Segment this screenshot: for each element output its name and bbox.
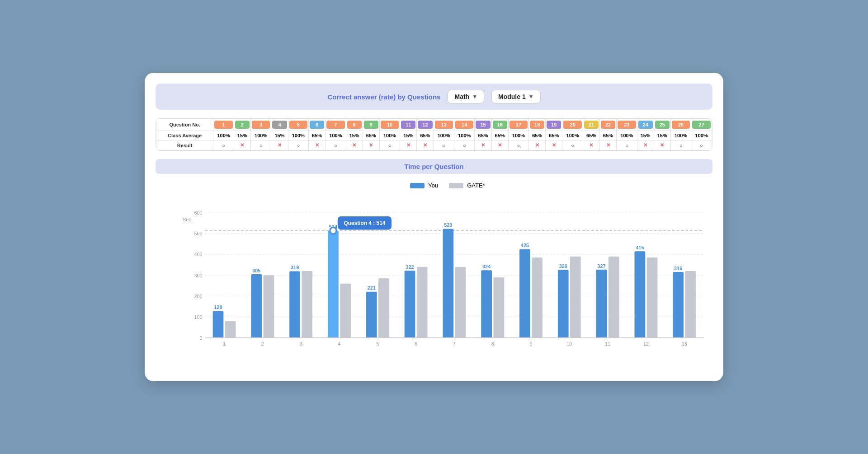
q-number: 16 [493,121,507,129]
q-num-cell: 16 [491,119,508,131]
q-num-cell: 26 [670,119,691,131]
q-number: 26 [672,121,690,129]
label-result: Result [156,140,213,150]
you-bar [405,271,415,337]
q-num-cell: 19 [546,119,562,131]
result-cell: ○ [379,140,400,150]
legend-you-label: You [428,182,438,189]
gate-bar [493,277,504,338]
gate-bar [609,257,619,338]
q-num-cell: 15 [475,119,491,131]
result-cell: ○ [213,140,234,150]
result-cell: ○ [434,140,454,150]
bar-value-label: 523 [444,222,452,228]
avg-cell: 65% [309,131,326,140]
q-num-cell: 8 [346,119,363,131]
result-cell: ✕ [400,140,417,150]
y-tick-label: 100 [194,314,202,319]
result-cell: ✕ [546,140,562,150]
avg-cell: 65% [417,131,434,140]
x-tick-label: 5 [376,341,379,346]
subject-arrow: ▼ [472,94,477,100]
result-cell: ○ [691,140,712,150]
x-tick-label: 3 [300,341,302,346]
result-cell: ✕ [529,140,546,150]
avg-cell: 65% [529,131,546,140]
you-bar [251,274,262,338]
q-number: 27 [692,121,711,129]
chart-svg: 01002003004005006001281305231935144Quest… [183,194,712,357]
q-num-cell: 25 [654,119,670,131]
q-num-cell: 21 [583,119,599,131]
q-number: 20 [563,121,581,129]
q-number: 2 [235,121,250,129]
you-bar [596,270,607,338]
you-bar [289,271,300,338]
bar-value-label: 305 [252,267,260,273]
gate-bar [685,271,696,338]
tooltip-dot [330,227,336,234]
avg-cell: 65% [583,131,599,140]
q-number: 19 [547,121,561,129]
q-num-cell: 1 [213,119,234,131]
q-num-cell: 4 [271,119,288,131]
q-num-cell: 7 [326,119,346,131]
q-number: 4 [272,121,287,129]
q-num-cell: 14 [454,119,475,131]
bar-value-label: 221 [368,285,376,290]
bar-value-label: 319 [291,265,299,270]
result-cell: ✕ [309,140,326,150]
label-question-no: Question No. [156,119,213,131]
x-tick-label: 11 [605,341,610,346]
avg-cell: 65% [363,131,379,140]
y-tick-label: 400 [194,252,202,257]
x-tick-label: 12 [643,341,649,346]
bar-value-label: 322 [406,264,414,270]
result-cell: ○ [617,140,637,150]
x-tick-label: 13 [682,341,687,346]
avg-cell: 100% [213,131,234,140]
result-cell: ✕ [491,140,508,150]
gate-bar [225,321,236,338]
q-number: 15 [476,121,490,129]
you-bar [634,251,645,337]
y-tick-label: 200 [194,293,202,299]
q-num-cell: 3 [250,119,271,131]
label-class-avg: Class Average [156,131,213,140]
avg-cell: 15% [637,131,654,140]
question-table: Question No.1234567891011121314151617181… [156,118,712,150]
avg-cell: 65% [546,131,562,140]
legend-you: You [410,182,438,189]
avg-cell: 65% [475,131,491,140]
you-bar [443,229,453,337]
q-number: 10 [381,121,399,129]
you-bar [481,270,492,337]
legend-gate-box [449,183,463,188]
y-tick-label: 0 [200,335,203,341]
avg-cell: 100% [670,131,691,140]
result-cell: ✕ [583,140,599,150]
q-number: 21 [584,121,599,129]
avg-cell: 100% [454,131,475,140]
you-bar [673,272,684,338]
q-num-cell: 22 [600,119,617,131]
header-title: Correct answer (rate) by Questions [327,93,440,101]
q-number: 24 [638,121,653,129]
avg-cell: 100% [250,131,271,140]
avg-cell: 100% [379,131,400,140]
chart-area: You GATE* Sec. 0100200300400500600128130… [156,182,712,370]
result-cell: ✕ [637,140,654,150]
q-num-cell: 13 [434,119,454,131]
module-dropdown[interactable]: Module 1 ▼ [491,90,541,103]
q-num-cell: 18 [529,119,546,131]
avg-cell: 15% [234,131,250,140]
q-num-cell: 12 [417,119,434,131]
result-cell: ✕ [475,140,491,150]
subject-dropdown[interactable]: Math ▼ [448,90,484,103]
you-bar [328,231,339,338]
q-num-cell: 20 [562,119,583,131]
legend-you-box [410,183,425,188]
q-number: 25 [655,121,670,129]
bar-value-label: 425 [521,243,529,248]
x-tick-label: 10 [566,341,572,346]
